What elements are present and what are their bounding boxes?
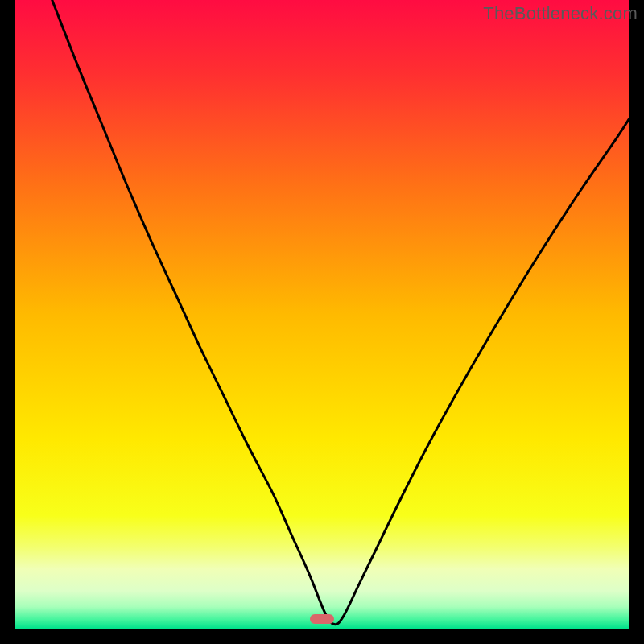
attribution-label: TheBottleneck.com: [483, 3, 638, 24]
chart-frame: TheBottleneck.com: [0, 0, 644, 644]
optimal-marker: [310, 614, 334, 624]
plot-area: [15, 0, 629, 629]
bottleneck-curve: [15, 0, 629, 629]
